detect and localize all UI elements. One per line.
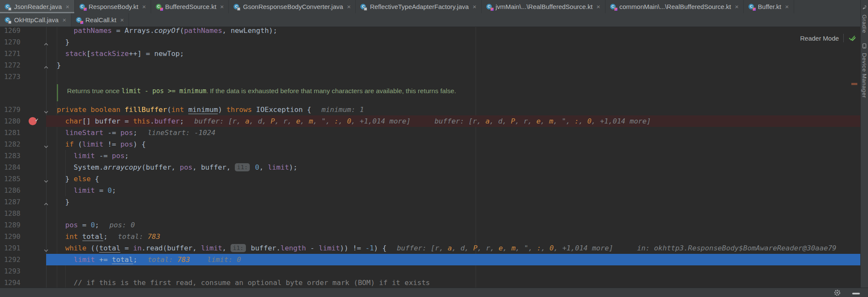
tab-responsebody.kt[interactable]: CResponseBody.kt× <box>75 0 151 13</box>
line-number[interactable]: 1284 <box>0 162 20 173</box>
line-number[interactable]: 1290 <box>0 231 20 242</box>
tab-label: ReflectiveTypeAdapterFactory.java <box>370 3 469 10</box>
fold-marker-icon[interactable] <box>43 39 49 45</box>
tool-window-label: Gradle <box>861 15 868 33</box>
tab-okhttpcall.java[interactable]: COkHttpCall.java× <box>0 13 71 26</box>
tab-label: Buffer.kt <box>758 3 781 10</box>
close-tab-icon[interactable]: × <box>220 3 224 10</box>
java-class-icon: C <box>234 3 240 10</box>
tab-jsonreader.java[interactable]: CJsonReader.java× <box>0 0 75 13</box>
code-text: if (limit != pos) { <box>48 138 146 150</box>
inline-debugger-hint: total: 783 <box>148 256 190 264</box>
close-tab-icon[interactable]: × <box>142 3 146 10</box>
kotlin-file-icon: C <box>610 3 617 10</box>
line-number[interactable]: 1292 <box>0 254 20 265</box>
line-number[interactable]: 1273 <box>0 71 20 82</box>
tab-jvmmain-...-realbufferedsource.kt[interactable]: CjvmMain\...\RealBufferedSource.kt× <box>482 0 605 13</box>
code-line-1286: 1286 limit = 0; <box>0 185 860 196</box>
line-number[interactable]: 1271 <box>0 48 20 59</box>
line-number[interactable]: 1281 <box>0 127 20 138</box>
fold-marker-icon[interactable] <box>43 176 49 182</box>
close-tab-icon[interactable]: × <box>596 3 600 10</box>
line-number[interactable]: 1269 <box>0 26 20 36</box>
line-number[interactable]: 1288 <box>0 208 20 219</box>
close-tab-icon[interactable]: × <box>785 3 789 10</box>
line-number[interactable]: 1279 <box>0 104 20 115</box>
tab-row-2: COkHttpCall.java×CRealCall.kt× <box>0 13 860 26</box>
code-line-1271: 1271 stack[stackSize++] = newTop; <box>0 48 860 59</box>
divider <box>843 34 844 42</box>
code-line-1281: 1281 lineStart -= pos;lineStart: -1024 <box>0 127 860 138</box>
line-number[interactable]: 1282 <box>0 138 20 150</box>
inspections-ok-check-icon[interactable] <box>848 34 856 42</box>
code-line-1273: 1273 <box>0 71 860 82</box>
code-line-1272: 1272 } <box>0 59 860 71</box>
tab-label: GsonResponseBodyConverter.java <box>243 3 343 10</box>
tab-reflectivetypeadapterfactory.java[interactable]: CReflectiveTypeAdapterFactory.java× <box>356 0 481 13</box>
code-line-1269: 1269 pathNames = Arrays.copyOf(pathNames… <box>0 26 860 36</box>
line-number[interactable]: 1270 <box>0 36 20 48</box>
code-text: stack[stackSize++] = newTop; <box>48 48 184 59</box>
close-tab-icon[interactable]: × <box>120 16 124 24</box>
kotlin-badge-icon <box>80 21 83 24</box>
fold-marker-icon[interactable] <box>43 141 49 147</box>
inline-debugger-hint: lineStart: -1024 <box>148 129 216 137</box>
tab-label: BufferedSource.kt <box>165 3 216 10</box>
reader-mode-label[interactable]: Reader Mode <box>800 35 839 42</box>
tab-realcall.kt[interactable]: CRealCall.kt× <box>71 13 129 26</box>
line-number[interactable]: 1272 <box>0 59 20 71</box>
tab-row-1: CJsonReader.java×CResponseBody.kt×CBuffe… <box>0 0 860 13</box>
code-line-1284: 1284 System.arraycopy(buffer, pos, buffe… <box>0 162 860 173</box>
rendered-doc-comment: Returns true once limit - pos >= minimum… <box>0 82 860 104</box>
line-number[interactable]: 1293 <box>0 265 20 277</box>
doc-prose: Returns true once <box>67 87 122 94</box>
line-number[interactable]: 1283 <box>0 150 20 162</box>
close-tab-icon[interactable]: × <box>62 16 66 24</box>
close-tab-icon[interactable]: × <box>735 3 739 10</box>
close-tab-icon[interactable]: × <box>347 3 351 10</box>
close-tab-icon[interactable]: × <box>66 3 70 10</box>
code-text: } <box>48 196 70 208</box>
tab-gsonresponsebodyconverter.java[interactable]: CGsonResponseBodyConverter.java× <box>229 0 356 13</box>
line-number[interactable]: 1286 <box>0 185 20 196</box>
fold-marker-icon[interactable] <box>43 199 49 205</box>
line-number[interactable]: 1287 <box>0 196 20 208</box>
line-number[interactable]: 1285 <box>0 173 20 185</box>
tab-buffer.kt[interactable]: CBuffer.kt× <box>744 0 794 13</box>
close-tab-icon[interactable]: × <box>473 3 476 10</box>
code-text: } <box>48 36 70 48</box>
code-text: } <box>48 59 61 71</box>
tool-window-button-device-manager[interactable]: Device Manager <box>861 43 868 98</box>
breakpoint-icon[interactable]: ✓ <box>29 117 37 125</box>
doc-code: limit - pos >= minimum <box>122 87 207 95</box>
device-manager-icon <box>862 43 867 50</box>
error-stripe-marker <box>851 83 857 85</box>
line-number[interactable]: 1280 <box>0 115 20 127</box>
breakpoint-verified-check: ✓ <box>35 114 38 126</box>
line-number[interactable]: 1294 <box>0 277 20 288</box>
fold-marker-icon[interactable] <box>43 62 49 68</box>
inline-debugger-hint: in: okhttp3.ResponseBody$BomAwareReader@… <box>637 244 836 252</box>
tab-commonmain-...-realbufferedsource.kt[interactable]: CcommonMain\...\RealBufferedSource.kt× <box>605 0 744 13</box>
line-number[interactable]: 1289 <box>0 219 20 231</box>
tool-window-button-gradle[interactable]: Gradle <box>861 4 868 33</box>
tab-label: OkHttpCall.java <box>14 16 58 24</box>
settings-gear-icon[interactable] <box>833 289 841 297</box>
line-number[interactable]: 1291 <box>0 242 20 254</box>
lock-icon <box>364 7 367 11</box>
fold-marker-icon[interactable] <box>43 245 49 251</box>
code-text: pos = 0;pos: 0 <box>48 219 135 231</box>
kotlin-badge-icon <box>491 8 494 11</box>
gradle-icon <box>862 4 867 12</box>
tab-label: RealCall.kt <box>85 16 117 24</box>
code-text: lineStart -= pos;lineStart: -1024 <box>48 127 216 138</box>
code-line-1283: 1283 limit -= pos; <box>0 150 860 162</box>
fold-marker-icon[interactable] <box>43 107 49 113</box>
code-editor[interactable]: Returns true once limit - pos >= minimum… <box>0 26 860 288</box>
hide-panel-icon[interactable] <box>852 293 860 294</box>
parameter-hint: i1: <box>231 244 245 252</box>
tab-bufferedsource.kt[interactable]: CBufferedSource.kt× <box>151 0 229 13</box>
kotlin-file-icon: C <box>79 3 86 10</box>
code-line-1287: 1287 } <box>0 196 860 208</box>
code-text: private boolean fillBuffer(int minimum) … <box>48 104 364 115</box>
